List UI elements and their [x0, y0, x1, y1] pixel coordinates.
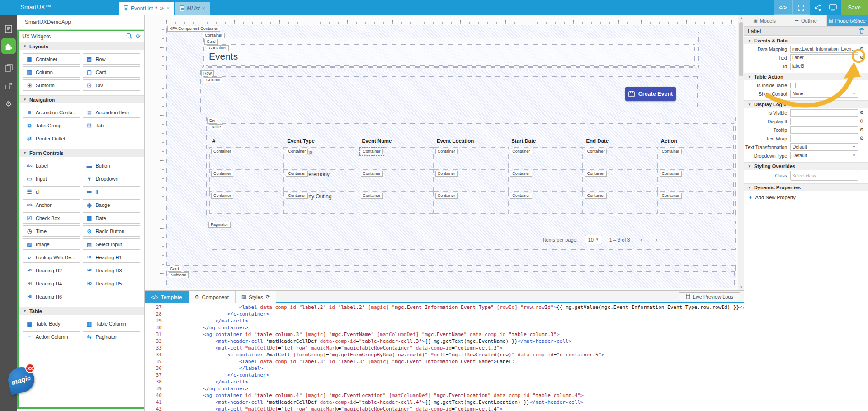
widget-tile-router-outlet[interactable]: ⇄Router Outlet	[23, 133, 80, 144]
gear-icon[interactable]: ⚙	[858, 135, 865, 141]
table-div[interactable]: Div Table #Event TypeEvent NameEvent Loc…	[206, 117, 736, 216]
canvas-scrollbar[interactable]: ▲ ▼	[738, 15, 744, 290]
widget-tile-ul[interactable]: ☰ul	[23, 186, 80, 197]
container-chip[interactable]: Container	[660, 171, 682, 177]
tab-refresh-icon[interactable]: ⟳	[160, 5, 164, 12]
code-line[interactable]: 41 <mat-header-cell *matHeaderCellDef da…	[145, 399, 744, 406]
widget-tile-subform[interactable]: ⊞Subform	[23, 79, 80, 91]
canvas-table-cell[interactable]: Containerny Outing	[284, 191, 359, 214]
code-lines[interactable]: 27 <label data-comp-id="label.2" id="lab…	[145, 304, 744, 411]
scrollbar-thumb[interactable]	[739, 22, 743, 76]
events-table[interactable]: Table #Event TypeEvent NameEvent Locatio…	[208, 123, 734, 214]
code-line[interactable]: 37 </c-container>	[145, 372, 744, 378]
canvas-table-cell[interactable]: Container	[658, 169, 732, 191]
container-chip[interactable]: Container	[361, 149, 383, 154]
container-chip[interactable]: Container	[203, 33, 225, 38]
widget-tile-row[interactable]: ▤Row	[83, 53, 141, 65]
events-heading-container[interactable]: Container Events	[206, 44, 695, 66]
code-line[interactable]: 38 </mat-cell>	[145, 378, 744, 385]
widget-tile-accordion-item[interactable]: ≣Accordion Item	[83, 107, 141, 118]
code-line[interactable]: 42 <mat-cell *matCellDef="let row" magic…	[145, 406, 744, 411]
bottom-card[interactable]: Card	[167, 265, 736, 271]
section-events-data[interactable]: ▼Events & Data	[744, 37, 868, 44]
tooltip-field[interactable]	[790, 126, 858, 134]
container-chip[interactable]: Container	[435, 171, 458, 177]
table-header-event-name[interactable]: Event Name	[359, 136, 434, 147]
container-chip[interactable]: Container	[510, 171, 532, 177]
widget-tile-time[interactable]: ◷Time	[23, 225, 80, 237]
widget-tile-heading-h1[interactable]: H1Heading H1	[83, 252, 141, 263]
widget-tile-column[interactable]: ▥Column	[23, 66, 80, 78]
widget-section-table[interactable]: ▼Table	[19, 307, 144, 315]
widget-section-navigation[interactable]: ▼Navigation	[19, 95, 144, 103]
widget-tile-input[interactable]: ▭Input	[23, 173, 80, 184]
live-preview-logs-button[interactable]: Live Preview Logs	[679, 292, 740, 301]
gear-icon[interactable]: ⚙	[858, 127, 865, 133]
next-page-button[interactable]: ›	[652, 235, 660, 244]
card-chip[interactable]: Card	[204, 39, 218, 45]
table-header-action[interactable]: Action	[658, 136, 732, 147]
code-line[interactable]: 32 <mat-header-cell *matHeaderCellDef da…	[145, 338, 744, 345]
dropdown-type-select[interactable]: Default▼	[790, 152, 858, 159]
canvas-table-cell[interactable]: Container	[434, 147, 508, 169]
preview-device-button[interactable]	[826, 0, 841, 15]
code-line[interactable]: 31 <ng-container id="table-column.3" [ma…	[145, 331, 744, 338]
container-chip[interactable]: Container	[585, 171, 607, 177]
code-tab-template[interactable]: </>Template	[145, 291, 189, 303]
container-chip[interactable]: Container	[361, 171, 383, 177]
container-chip[interactable]: Container	[211, 171, 233, 177]
canvas-table-cell[interactable]: Containerjs	[284, 147, 359, 169]
container-chip[interactable]: Container	[585, 193, 607, 199]
code-view-button[interactable]: </>	[774, 0, 792, 15]
widget-tile-div[interactable]: ⊡Div	[83, 79, 141, 91]
section-styling-overrides[interactable]: ▼Styling Overrides	[744, 162, 868, 170]
tab-close-icon[interactable]: ×	[166, 5, 170, 12]
section-table-action[interactable]: ▼Table Action	[744, 73, 868, 80]
text-wrap-field[interactable]	[790, 135, 858, 142]
widget-tile-accordion-conta[interactable]: ≡Accordion Conta...	[23, 107, 80, 118]
magic-logo[interactable]: magic 33	[7, 364, 39, 395]
canvas-table-cell[interactable]: Container	[508, 147, 583, 169]
widget-tile-label[interactable]: abcLabel	[23, 160, 80, 171]
container-chip[interactable]: Container	[361, 193, 383, 199]
search-icon[interactable]	[126, 33, 132, 40]
display-if-field[interactable]	[790, 118, 858, 125]
table-header-end-date[interactable]: End Date	[583, 136, 657, 147]
container-chip[interactable]: Container	[510, 193, 532, 199]
app-name[interactable]: SmartUXDemoApp	[17, 15, 144, 30]
gear-icon[interactable]: ⚙	[858, 110, 865, 116]
inspector-tab-outline[interactable]: ☰Outline	[785, 15, 826, 26]
widget-tile-button[interactable]: ▬Button	[83, 160, 141, 171]
canvas-table-cell[interactable]: Container	[658, 147, 732, 169]
table-header-event-type[interactable]: Event Type	[284, 136, 359, 147]
canvas-table-cell[interactable]: Container	[359, 191, 434, 214]
canvas-table-cell[interactable]: Container	[434, 191, 508, 214]
table-header-event-location[interactable]: Event Location	[434, 136, 508, 147]
gear-icon[interactable]: ⚙	[858, 118, 865, 124]
table-chip[interactable]: Table	[209, 124, 223, 130]
xpa-root-chip[interactable]: XPA Component Container	[167, 26, 220, 32]
div-chip[interactable]: Div	[207, 118, 217, 124]
container-chip[interactable]: Container	[211, 149, 233, 154]
doc-tab-eventlist[interactable]: EventList*⟳×	[119, 2, 174, 15]
widget-section-layouts[interactable]: ▼Layouts	[19, 42, 144, 50]
table-header-[interactable]: #	[209, 136, 284, 147]
paginator-chip[interactable]: Paginator	[208, 222, 231, 228]
container-chip[interactable]: Container	[286, 193, 308, 199]
code-line[interactable]: 36 </label>	[145, 365, 744, 372]
events-container[interactable]: Container Card Container Events	[202, 32, 699, 68]
toolbar-row[interactable]: Row Column Create Event	[200, 70, 700, 113]
code-tab-component[interactable]: ⚙Component	[189, 291, 235, 303]
widget-tile-lookup-with-de[interactable]: ⌕Lookup With De...	[23, 252, 80, 263]
widget-tile-paginator[interactable]: ⇆Paginator	[83, 331, 141, 342]
settings-nav-button[interactable]: ⚙	[0, 96, 17, 112]
text-transformation-select[interactable]: Default▼	[790, 143, 858, 151]
widget-tile-dropdown[interactable]: ▾Dropdown	[83, 173, 141, 184]
inspector-tab-propertyshee[interactable]: ▤PropertyShee	[827, 15, 868, 26]
save-button[interactable]: Save	[841, 0, 868, 15]
code-line[interactable]: 34 <c-container #matCell [formGroup]="mg…	[145, 351, 744, 358]
is-visible-field[interactable]	[790, 109, 858, 117]
container-chip[interactable]: Container	[286, 149, 308, 154]
create-event-button[interactable]: Create Event	[625, 87, 676, 101]
text-field[interactable]: Label:	[790, 54, 858, 61]
